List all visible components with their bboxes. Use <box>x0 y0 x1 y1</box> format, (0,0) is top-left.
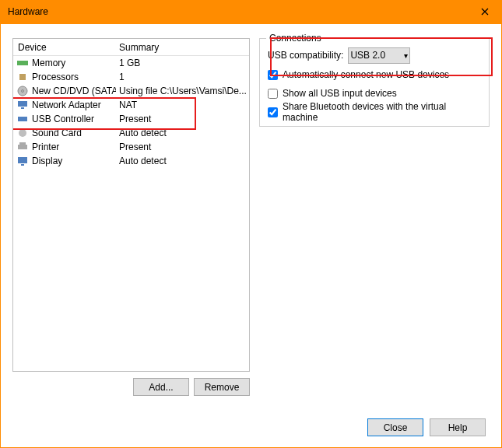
usb-compat-value: USB 2.0 <box>350 50 385 61</box>
right-panel: Connections USB compatibility: USB 2.0 ▾… <box>259 38 490 396</box>
row-display[interactable]: Display Auto detect <box>13 154 249 168</box>
svg-rect-9 <box>19 142 26 145</box>
close-button[interactable]: Close <box>367 418 423 436</box>
device-summary: 1 GB <box>116 58 249 68</box>
header-device[interactable]: Device <box>13 42 116 53</box>
usb-compat-row: USB compatibility: USB 2.0 ▾ <box>268 47 481 64</box>
left-panel: Device Summary Memory 1 GB Processors 1 <box>12 38 250 396</box>
usb-compat-label: USB compatibility: <box>268 50 343 61</box>
svg-rect-6 <box>18 117 27 121</box>
device-summary: Using file C:\Users\Vamsi\De... <box>116 86 249 96</box>
usb-icon <box>16 113 29 125</box>
device-summary: Present <box>116 114 249 124</box>
left-buttons: Add... Remove <box>12 378 250 396</box>
svg-rect-10 <box>18 157 27 163</box>
device-label: Memory <box>32 58 116 68</box>
sound-icon <box>16 127 29 139</box>
help-button[interactable]: Help <box>430 418 486 436</box>
row-usb[interactable]: USB Controller Present <box>13 112 249 126</box>
device-summary: Auto detect <box>116 128 249 138</box>
row-memory[interactable]: Memory 1 GB <box>13 56 249 70</box>
device-label: Processors <box>32 72 116 82</box>
device-label: Printer <box>32 142 116 152</box>
chevron-down-icon: ▾ <box>398 51 408 60</box>
header-summary[interactable]: Summary <box>116 42 249 53</box>
svg-rect-11 <box>21 164 24 166</box>
row-sound[interactable]: Sound Card Auto detect <box>13 126 249 140</box>
disc-icon <box>16 85 29 97</box>
display-icon <box>16 155 29 167</box>
titlebar: Hardware <box>0 0 502 23</box>
device-summary: 1 <box>116 72 249 82</box>
group-legend: Connections <box>266 33 325 44</box>
window-title: Hardware <box>8 6 467 17</box>
close-icon[interactable] <box>467 0 502 23</box>
row-cddvd[interactable]: New CD/DVD (SATA) Using file C:\Users\Va… <box>13 84 249 98</box>
svg-rect-0 <box>17 61 28 65</box>
checkbox-auto-connect[interactable] <box>268 70 278 80</box>
check-label: Show all USB input devices <box>283 88 397 99</box>
check-label: Automatically connect new USB devices <box>283 69 449 80</box>
usb-compat-select[interactable]: USB 2.0 ▾ <box>348 47 410 64</box>
svg-point-3 <box>22 90 24 93</box>
check-auto-connect[interactable]: Automatically connect new USB devices <box>268 67 481 82</box>
check-share-bt[interactable]: Share Bluetooth devices with the virtual… <box>268 104 481 120</box>
row-processors[interactable]: Processors 1 <box>13 70 249 84</box>
row-printer[interactable]: Printer Present <box>13 140 249 154</box>
memory-icon <box>16 57 29 69</box>
cpu-icon <box>16 71 29 83</box>
svg-rect-4 <box>18 101 27 107</box>
main-panel: Device Summary Memory 1 GB Processors 1 <box>0 23 502 448</box>
device-summary: Present <box>116 142 249 152</box>
device-summary: Auto detect <box>116 156 249 166</box>
device-label: New CD/DVD (SATA) <box>32 86 116 96</box>
add-button[interactable]: Add... <box>133 378 189 396</box>
check-label: Share Bluetooth devices with the virtual… <box>283 101 481 123</box>
svg-rect-8 <box>18 145 27 149</box>
device-label: Network Adapter <box>32 100 116 110</box>
device-label: USB Controller <box>32 114 116 124</box>
device-summary: NAT <box>116 100 249 110</box>
remove-button[interactable]: Remove <box>194 378 250 396</box>
connections-group: Connections USB compatibility: USB 2.0 ▾… <box>259 38 490 127</box>
svg-rect-1 <box>19 74 26 80</box>
list-header: Device Summary <box>13 39 249 56</box>
row-network[interactable]: Network Adapter NAT <box>13 98 249 112</box>
device-label: Sound Card <box>32 128 116 138</box>
printer-icon <box>16 141 29 153</box>
bottom-buttons: Close Help <box>367 418 486 436</box>
network-icon <box>16 99 29 111</box>
device-rows: Memory 1 GB Processors 1 New CD/DVD (SAT… <box>13 56 249 168</box>
checkbox-share-bt[interactable] <box>268 107 278 117</box>
svg-point-7 <box>19 129 26 137</box>
svg-rect-5 <box>21 107 24 109</box>
check-show-all[interactable]: Show all USB input devices <box>268 86 481 101</box>
device-label: Display <box>32 156 116 166</box>
checkbox-show-all[interactable] <box>268 89 278 99</box>
device-list: Device Summary Memory 1 GB Processors 1 <box>12 38 250 372</box>
